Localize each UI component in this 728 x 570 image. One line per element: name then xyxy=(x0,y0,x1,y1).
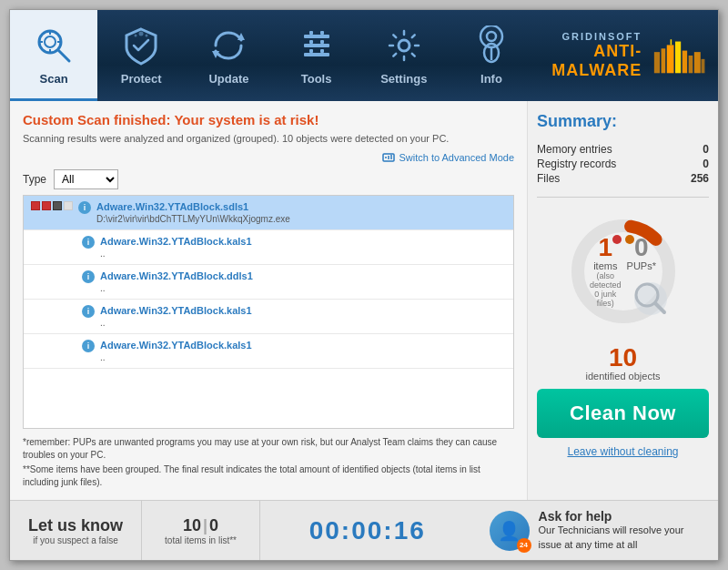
summary-registry-label: Registry records xyxy=(537,158,616,170)
nav-tools[interactable]: Tools xyxy=(273,10,360,101)
result-name: Adware.Win32.YTAdBlock.kals1 xyxy=(100,340,506,351)
result-info-icon: i xyxy=(82,270,95,283)
footer-items-count: 10 | 0 total items in list** xyxy=(142,501,260,560)
pups-label: PUPs* xyxy=(627,260,656,271)
filter-bar: Type All Adware PUP xyxy=(23,169,514,189)
nav-scan[interactable]: Scan xyxy=(10,10,97,101)
threat-indicators xyxy=(31,201,73,210)
results-list[interactable]: i Adware.Win32.YTAdBlock.sdls1 D:\vir2\v… xyxy=(23,195,514,429)
svg-rect-28 xyxy=(667,45,674,73)
pups-stat: 0 PUPs* xyxy=(627,235,656,308)
result-text: Adware.Win32.YTAdBlock.kals1 .. xyxy=(100,236,506,259)
nav-settings[interactable]: Settings xyxy=(360,10,448,101)
identified-label: identified objects xyxy=(537,371,709,382)
advanced-mode-label: Switch to Advanced Mode xyxy=(399,152,514,163)
result-path: .. xyxy=(100,249,506,259)
help-text-block: Ask for help Our Technicians will resolv… xyxy=(539,509,704,552)
svg-point-9 xyxy=(135,35,137,37)
protect-icon xyxy=(118,23,164,68)
nav-scan-label: Scan xyxy=(40,72,68,86)
summary-memory-value: 0 xyxy=(703,143,709,156)
brand: GRIDINSOFT ANTI-MALWARE xyxy=(535,10,718,101)
help-icon: 👤 24 xyxy=(490,511,530,551)
svg-rect-15 xyxy=(304,44,329,47)
result-info-icon: i xyxy=(78,201,91,214)
footer-timer: 00:00:16 xyxy=(260,516,475,545)
brand-city-icon xyxy=(651,33,707,78)
footer-sep: | xyxy=(203,516,207,535)
info-nav-icon xyxy=(469,23,514,68)
nav-protect[interactable]: Protect xyxy=(97,10,185,101)
scan-icon xyxy=(31,23,76,68)
threat-sq-dark xyxy=(53,201,62,210)
result-item[interactable]: i Adware.Win32.YTAdBlock.kals1 .. xyxy=(24,334,513,369)
leave-without-cleaning-link[interactable]: Leave without cleaning xyxy=(537,445,709,458)
footer-let-us-know-title: Let us know xyxy=(28,516,123,535)
svg-rect-20 xyxy=(320,49,324,53)
svg-point-7 xyxy=(139,32,144,36)
filter-select[interactable]: All Adware PUP xyxy=(54,169,118,189)
nav-protect-label: Protect xyxy=(121,72,162,86)
result-text: Adware.Win32.YTAdBlock.sdls1 D:\vir2\vir… xyxy=(96,201,506,224)
pups-count: 0 xyxy=(627,235,656,260)
identified-block: 10 identified objects xyxy=(537,345,709,382)
scan-title: Custom Scan finished: Your system is at … xyxy=(23,112,514,127)
items-stat: 1 items (also detected 0 junk files) xyxy=(590,235,622,308)
svg-rect-17 xyxy=(320,40,324,44)
help-title: Ask for help xyxy=(539,509,704,524)
items-sub: (also detected 0 junk files) xyxy=(590,271,622,308)
result-info-icon: i xyxy=(82,236,95,249)
help-person-icon: 👤 xyxy=(498,520,521,542)
summary-row-files: Files 256 xyxy=(537,171,709,186)
summary-registry-value: 0 xyxy=(703,158,709,170)
summary-files-value: 256 xyxy=(691,172,709,185)
result-text: Adware.Win32.YTAdBlock.ddls1 .. xyxy=(100,270,506,293)
result-path: D:\vir2\vir\vir\bdChTTLMyYUn\WkkqXjogmz.… xyxy=(96,214,506,224)
brand-top: GRIDINSOFT xyxy=(535,31,642,42)
scan-title-risk: Your system is at risk! xyxy=(174,112,318,127)
nav-settings-label: Settings xyxy=(380,72,427,86)
summary-memory-label: Memory entries xyxy=(537,143,612,156)
nav-info[interactable]: Info xyxy=(448,10,535,101)
svg-point-2 xyxy=(45,36,56,47)
items-label: items xyxy=(590,260,622,271)
summary-files-label: Files xyxy=(537,172,560,185)
result-item[interactable]: i Adware.Win32.YTAdBlock.ddls1 .. xyxy=(24,265,513,300)
summary-divider xyxy=(537,197,709,198)
result-item[interactable]: i Adware.Win32.YTAdBlock.kals1 .. xyxy=(24,230,513,265)
svg-rect-29 xyxy=(675,42,681,74)
svg-rect-18 xyxy=(304,53,329,56)
threat-sq-empty xyxy=(64,201,73,210)
clean-now-button[interactable]: Clean Now xyxy=(537,389,709,438)
nav-update[interactable]: Update xyxy=(185,10,272,101)
svg-rect-16 xyxy=(309,40,313,44)
brand-bottom: ANTI-MALWARE xyxy=(535,42,642,80)
footnotes: *remember: PUPs are unwanted programs yo… xyxy=(23,436,514,489)
tools-icon xyxy=(294,23,339,68)
svg-point-8 xyxy=(146,35,148,37)
result-name: Adware.Win32.YTAdBlock.kals1 xyxy=(100,305,506,316)
items-count: 1 xyxy=(590,235,622,260)
svg-rect-26 xyxy=(654,52,660,73)
svg-rect-30 xyxy=(682,51,687,74)
scan-subtitle: Scanning results were analyzed and organ… xyxy=(23,133,514,144)
timer-display: 00:00:16 xyxy=(309,516,426,545)
right-panel: Summary: Memory entries 0 Registry recor… xyxy=(527,101,718,500)
result-path: .. xyxy=(100,352,506,362)
nav-info-label: Info xyxy=(480,72,502,86)
svg-rect-12 xyxy=(304,35,329,38)
result-path: .. xyxy=(100,318,506,328)
summary-rows: Memory entries 0 Registry records 0 File… xyxy=(537,142,709,186)
nav-tools-label: Tools xyxy=(301,72,332,86)
stats-row: 1 items (also detected 0 junk files) 0 P… xyxy=(590,235,656,308)
identified-count: 10 xyxy=(537,345,709,371)
filter-label: Type xyxy=(23,173,46,186)
footer-count1: 10 xyxy=(183,516,201,535)
summary-row-registry: Registry records 0 xyxy=(537,157,709,171)
result-item[interactable]: i Adware.Win32.YTAdBlock.kals1 .. xyxy=(24,300,513,334)
chart-area: 1 items (also detected 0 junk files) 0 P… xyxy=(537,212,709,331)
footer-help: 👤 24 Ask for help Our Technicians will r… xyxy=(475,509,719,552)
svg-point-22 xyxy=(487,32,496,41)
advanced-mode-link[interactable]: Switch to Advanced Mode xyxy=(23,151,514,164)
result-item[interactable]: i Adware.Win32.YTAdBlock.sdls1 D:\vir2\v… xyxy=(24,196,513,230)
